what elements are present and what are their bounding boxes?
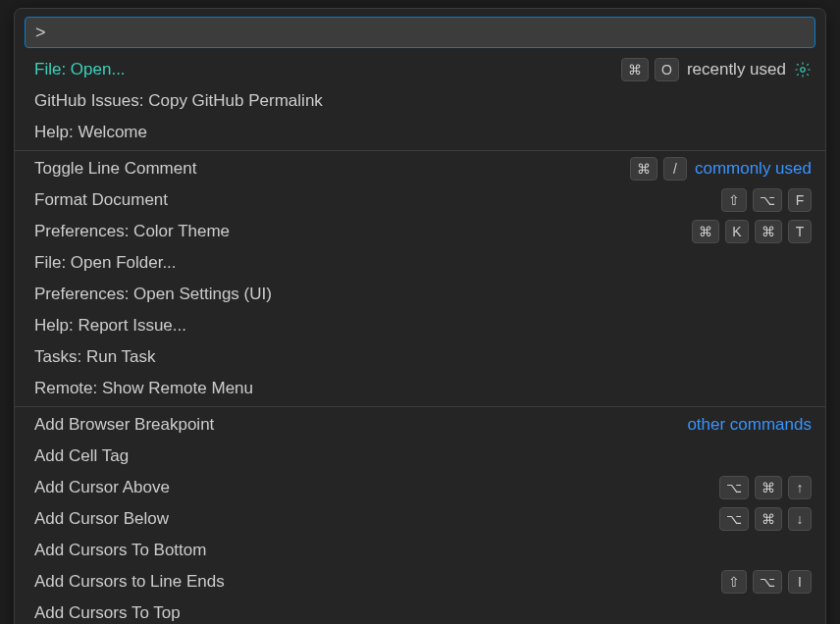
separator [15, 150, 825, 151]
key: ⌘ [755, 507, 782, 531]
key: ⌥ [719, 476, 749, 499]
key: ↓ [788, 507, 812, 531]
command-item[interactable]: Tasks: Run Task [15, 341, 825, 373]
svg-point-0 [801, 68, 806, 73]
key: ⇧ [721, 570, 747, 594]
command-item-label: Add Cell Tag [34, 444, 129, 468]
key: ⌥ [753, 570, 782, 594]
bg-code-hint: t [830, 314, 840, 333]
command-item-label: GitHub Issues: Copy GitHub Permalink [34, 89, 323, 113]
command-item[interactable]: File: Open...⌘Orecently used [15, 54, 825, 85]
keybinding: ⇧⌥F [721, 188, 812, 212]
command-item[interactable]: Add Cursors To Bottom [15, 535, 825, 566]
key: O [655, 58, 679, 81]
group-label: recently used [687, 58, 786, 81]
key: ⇧ [721, 188, 747, 212]
command-item-label: Toggle Line Comment [34, 157, 196, 181]
command-item-label: Tasks: Run Task [34, 345, 155, 369]
command-item-right: ⌘Orecently used [621, 58, 812, 81]
keybinding: ⌥⌘↓ [719, 507, 812, 531]
command-item-label: Preferences: Color Theme [34, 220, 230, 243]
command-item[interactable]: Add Cursors To Top [15, 598, 825, 624]
command-item-right: other commands [687, 413, 812, 437]
keybinding: ⌘K⌘T [692, 220, 812, 243]
key: ⌘ [692, 220, 719, 243]
key: T [788, 220, 812, 243]
keybinding: ⇧⌥I [721, 570, 812, 594]
command-item[interactable]: Preferences: Open Settings (UI) [15, 279, 825, 310]
bg-code-hint: i [832, 471, 840, 490]
gear-icon[interactable] [794, 61, 812, 78]
command-item-label: Add Cursors To Top [34, 601, 181, 624]
separator [15, 406, 825, 407]
command-input-wrap [15, 9, 825, 54]
command-item-right: ⌥⌘↑ [719, 476, 812, 499]
keybinding: ⌘O [621, 58, 679, 81]
key: ⌘ [755, 476, 782, 499]
key: I [788, 570, 812, 594]
command-item[interactable]: Format Document⇧⌥F [15, 184, 825, 216]
command-item-label: Help: Welcome [34, 121, 147, 144]
command-item-right: ⌘K⌘T [692, 220, 812, 243]
command-item-label: Preferences: Open Settings (UI) [34, 283, 272, 306]
command-item-label: File: Open... [34, 58, 126, 81]
command-item[interactable]: Add Cursor Below⌥⌘↓ [15, 503, 825, 535]
command-item-label: Remote: Show Remote Menu [34, 377, 253, 400]
command-list: File: Open...⌘Orecently usedGitHub Issue… [15, 54, 825, 624]
command-item-label: Help: Report Issue... [34, 314, 186, 338]
command-item[interactable]: Add Cursors to Line Ends⇧⌥I [15, 566, 825, 598]
key: ⌥ [753, 188, 782, 212]
keybinding: ⌘/ [630, 157, 687, 181]
key: / [663, 157, 687, 181]
command-item-right: ⇧⌥I [721, 570, 812, 594]
command-item-right: ⌥⌘↓ [719, 507, 812, 531]
key: ↑ [788, 476, 812, 499]
keybinding: ⌥⌘↑ [719, 476, 812, 499]
key: ⌘ [630, 157, 657, 181]
command-item[interactable]: Add Cell Tag [15, 441, 825, 472]
command-item-label: Format Document [34, 188, 168, 212]
group-label: commonly used [695, 157, 812, 181]
command-item-right: ⌘/commonly used [630, 157, 812, 181]
key: K [725, 220, 749, 243]
key: ⌘ [755, 220, 782, 243]
command-item-right: ⇧⌥F [721, 188, 812, 212]
command-item[interactable]: Toggle Line Comment⌘/commonly used [15, 153, 825, 184]
command-item[interactable]: Help: Report Issue... [15, 310, 825, 341]
group-label: other commands [687, 413, 812, 437]
command-item-label: File: Open Folder... [34, 251, 177, 275]
command-item-label: Add Cursor Above [34, 476, 170, 499]
command-item[interactable]: Add Cursor Above⌥⌘↑ [15, 472, 825, 503]
command-item[interactable]: GitHub Issues: Copy GitHub Permalink [15, 85, 825, 117]
key: ⌥ [719, 507, 749, 531]
command-item[interactable]: Preferences: Color Theme⌘K⌘T [15, 216, 825, 247]
command-item[interactable]: Help: Welcome [15, 117, 825, 148]
key: F [788, 188, 812, 212]
command-item[interactable]: Remote: Show Remote Menu [15, 373, 825, 404]
command-palette: File: Open...⌘Orecently usedGitHub Issue… [14, 8, 826, 624]
command-item-label: Add Cursors to Line Ends [34, 570, 225, 594]
command-item-label: Add Browser Breakpoint [34, 413, 214, 437]
command-item-label: Add Cursors To Bottom [34, 539, 206, 562]
command-item[interactable]: Add Browser Breakpointother commands [15, 409, 825, 441]
command-item[interactable]: File: Open Folder... [15, 247, 825, 279]
command-input[interactable] [25, 17, 815, 48]
key: ⌘ [621, 58, 649, 81]
command-item-label: Add Cursor Below [34, 507, 169, 531]
